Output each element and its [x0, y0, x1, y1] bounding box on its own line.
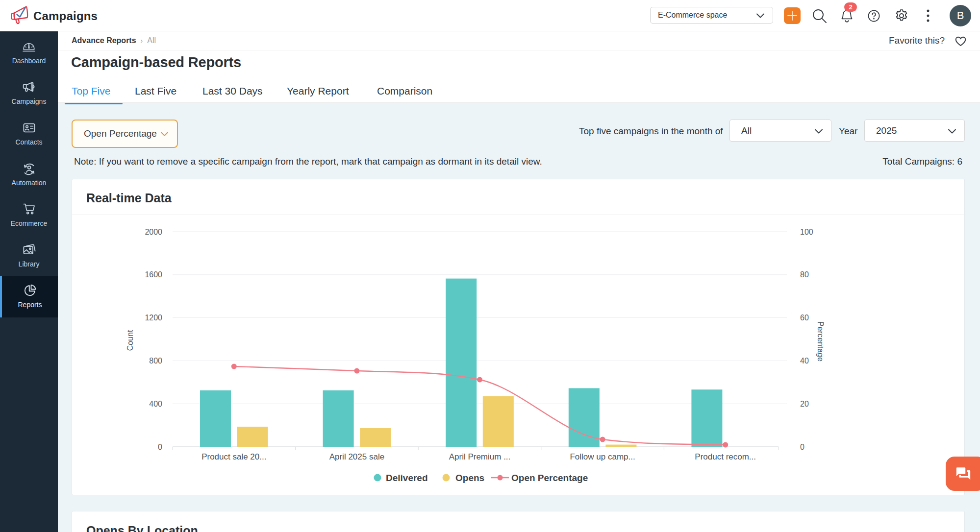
svg-text:Delivered: Delivered: [386, 473, 428, 483]
svg-text:0: 0: [800, 443, 804, 451]
svg-text:Count: Count: [126, 330, 134, 351]
svg-text:60: 60: [800, 314, 809, 322]
svg-text:800: 800: [149, 357, 162, 365]
svg-text:Follow up camp...: Follow up camp...: [570, 452, 635, 461]
svg-text:Product sale 20...: Product sale 20...: [201, 452, 266, 461]
svg-text:Opens: Opens: [455, 473, 484, 483]
svg-text:April 2025 sale: April 2025 sale: [329, 452, 384, 461]
svg-text:2000: 2000: [145, 228, 162, 236]
svg-text:80: 80: [800, 270, 809, 279]
svg-text:April Premium ...: April Premium ...: [449, 452, 511, 461]
svg-text:0: 0: [158, 443, 162, 451]
svg-text:Product recom...: Product recom...: [695, 452, 756, 461]
svg-text:400: 400: [149, 400, 162, 408]
svg-text:1200: 1200: [145, 314, 162, 322]
svg-text:Open Percentage: Open Percentage: [511, 473, 588, 483]
svg-text:40: 40: [800, 357, 809, 365]
svg-text:Percentage: Percentage: [816, 321, 825, 362]
svg-text:1600: 1600: [145, 270, 162, 279]
svg-text:20: 20: [800, 400, 809, 408]
svg-text:100: 100: [800, 228, 813, 236]
